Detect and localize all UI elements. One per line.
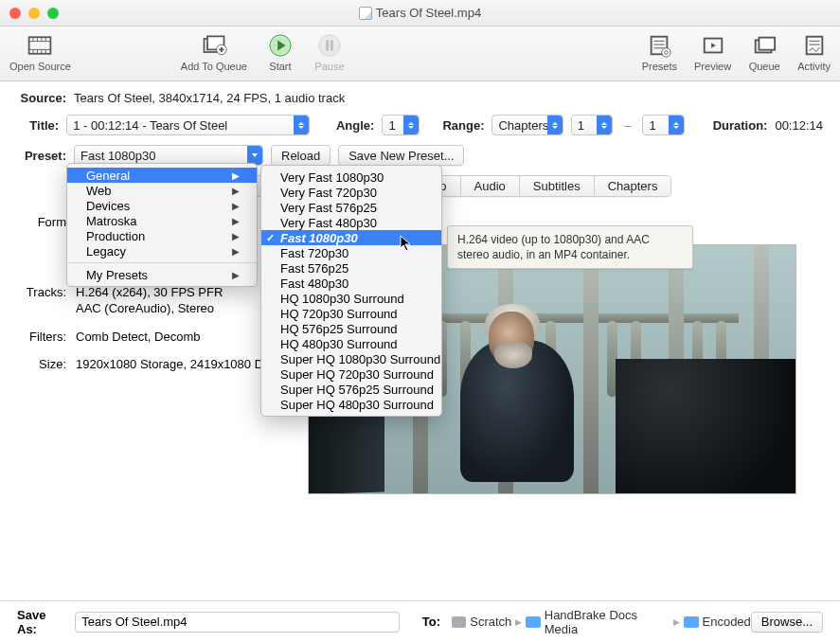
menu-item-label: Legacy — [86, 244, 126, 259]
check-icon: ✓ — [266, 232, 275, 244]
preset-category-web[interactable]: Web▶ — [67, 183, 257, 198]
play-icon — [264, 32, 296, 59]
menu-item-label: HQ 480p30 Surround — [280, 337, 398, 351]
preset-item[interactable]: HQ 1080p30 Surround — [261, 291, 441, 306]
menu-item-label: Fast 480p30 — [280, 276, 349, 291]
range-type-select[interactable]: Chapters — [491, 115, 563, 135]
tooltip-text: H.264 video (up to 1080p30) and AAC ster… — [457, 233, 650, 261]
title-bar: Tears Of Steel.mp4 — [0, 0, 840, 27]
add-to-queue-button[interactable]: Add To Queue — [181, 32, 247, 72]
menu-item-label: Very Fast 576p25 — [280, 201, 377, 215]
toolbar-label: Pause — [314, 61, 344, 72]
save-preset-label: Save New Preset... — [349, 149, 454, 163]
duration-value: 00:12:14 — [775, 118, 823, 133]
preview-button[interactable]: Preview — [694, 32, 731, 72]
reload-label: Reload — [281, 149, 320, 163]
menu-item-label: Super HQ 576p25 Surround — [280, 383, 434, 397]
menu-item-label: HQ 720p30 Surround — [280, 307, 398, 321]
menu-item-label: General — [86, 169, 130, 183]
queue-icon — [748, 32, 780, 59]
menu-item-label: Matroska — [86, 214, 136, 228]
preset-categories-menu: General▶Web▶Devices▶Matroska▶Production▶… — [66, 163, 258, 287]
start-button[interactable]: Start — [264, 32, 296, 72]
preset-item[interactable]: HQ 576p25 Surround — [261, 321, 441, 336]
queue-button[interactable]: Queue — [748, 32, 780, 72]
preset-category-matroska[interactable]: Matroska▶ — [67, 213, 257, 228]
tab-audio[interactable]: Audio — [461, 176, 520, 196]
preset-item[interactable]: Very Fast 576p25 — [261, 200, 441, 215]
preset-category-production[interactable]: Production▶ — [67, 228, 257, 243]
preset-item[interactable]: Fast 720p30 — [261, 245, 441, 260]
chevron-right-icon: ▶ — [232, 270, 240, 280]
preset-item[interactable]: Fast 576p25 — [261, 260, 441, 276]
open-source-button[interactable]: Open Source — [9, 32, 71, 72]
preset-item[interactable]: Super HQ 576p25 Surround — [261, 382, 441, 397]
menu-item-label: Web — [86, 184, 112, 198]
destination-path[interactable]: Scratch ▶ HandBrake Docs Media ▶ Encoded — [452, 608, 751, 636]
path-segment: Encoded — [703, 615, 751, 629]
film-icon — [24, 32, 56, 59]
range-to-select[interactable]: 1 — [642, 115, 685, 135]
preset-category-devices[interactable]: Devices▶ — [67, 198, 257, 213]
svg-rect-30 — [760, 38, 776, 50]
menu-item-label: Production — [86, 229, 145, 243]
preset-item[interactable]: Fast 480p30 — [261, 276, 441, 291]
angle-value: 1 — [388, 118, 395, 133]
save-new-preset-button[interactable]: Save New Preset... — [338, 145, 464, 166]
preset-item[interactable]: Super HQ 1080p30 Surround — [261, 351, 441, 366]
preset-item[interactable]: Very Fast 480p30 — [261, 215, 441, 230]
svg-point-18 — [319, 35, 340, 56]
preset-item[interactable]: HQ 480p30 Surround — [261, 336, 441, 351]
folder-icon — [452, 616, 466, 628]
menu-item-label: Fast 576p25 — [280, 261, 349, 276]
preset-list-icon — [643, 32, 675, 59]
svg-rect-19 — [326, 40, 329, 50]
menu-item-label: Super HQ 1080p30 Surround — [280, 352, 440, 366]
preset-item[interactable]: Very Fast 720p30 — [261, 185, 441, 200]
window-title-text: Tears Of Steel.mp4 — [376, 6, 481, 20]
chevron-down-icon — [247, 146, 262, 165]
toolbar-label: Queue — [749, 61, 780, 72]
preset-item[interactable]: Super HQ 720p30 Surround — [261, 366, 441, 382]
activity-button[interactable]: Activity — [797, 32, 831, 72]
size-value: 1920x1080 Storage, 2419x1080 Dis — [76, 356, 272, 373]
reload-preset-button[interactable]: Reload — [271, 145, 331, 166]
menu-item-label: Devices — [86, 199, 130, 213]
range-from-select[interactable]: 1 — [571, 115, 614, 135]
svg-rect-31 — [806, 37, 822, 55]
toolbar-label: Add To Queue — [181, 61, 247, 72]
menu-separator — [67, 262, 257, 263]
stepper-icon — [597, 116, 612, 134]
angle-select[interactable]: 1 — [382, 115, 419, 135]
menu-item-label: Super HQ 720p30 Surround — [280, 367, 434, 382]
browse-button[interactable]: Browse... — [751, 612, 823, 633]
pause-button: Pause — [313, 32, 346, 72]
preset-item[interactable]: Very Fast 1080p30 — [261, 169, 441, 185]
title-select[interactable]: 1 - 00:12:14 - Tears Of Steel — [66, 115, 310, 135]
chevron-right-icon: ▶ — [232, 216, 240, 226]
chevron-right-icon: ▶ — [232, 246, 240, 257]
toolbar-label: Presets — [642, 61, 677, 72]
toolbar-label: Open Source — [9, 61, 71, 72]
menu-item-label: Fast 720p30 — [280, 246, 349, 260]
duration-label: Duration: — [713, 118, 768, 133]
preset-category-legacy[interactable]: Legacy▶ — [67, 243, 257, 259]
tab-chapters[interactable]: Chapters — [595, 176, 671, 196]
preset-item[interactable]: Super HQ 480p30 Surround — [261, 397, 441, 412]
preset-category-my-presets[interactable]: My Presets▶ — [67, 267, 257, 282]
preset-label: Preset: — [17, 149, 66, 163]
presets-button[interactable]: Presets — [642, 32, 677, 72]
tab-subtitles[interactable]: Subtitles — [520, 176, 595, 196]
saveas-input[interactable]: Tears Of Steel.mp4 — [75, 612, 400, 633]
chevron-right-icon: ▶ — [232, 170, 240, 181]
to-label: To: — [422, 615, 440, 629]
preset-item[interactable]: HQ 720p30 Surround — [261, 306, 441, 321]
add-to-queue-icon — [198, 32, 230, 59]
preset-item[interactable]: ✓Fast 1080p30 — [261, 230, 441, 245]
chevron-right-icon: ▶ — [673, 617, 680, 627]
saveas-label: Save As: — [17, 608, 67, 636]
preset-category-general[interactable]: General▶ — [67, 168, 257, 183]
preset-tooltip: H.264 video (up to 1080p30) and AAC ster… — [447, 225, 693, 269]
title-label: Title: — [17, 118, 59, 133]
chevron-right-icon: ▶ — [232, 186, 240, 196]
